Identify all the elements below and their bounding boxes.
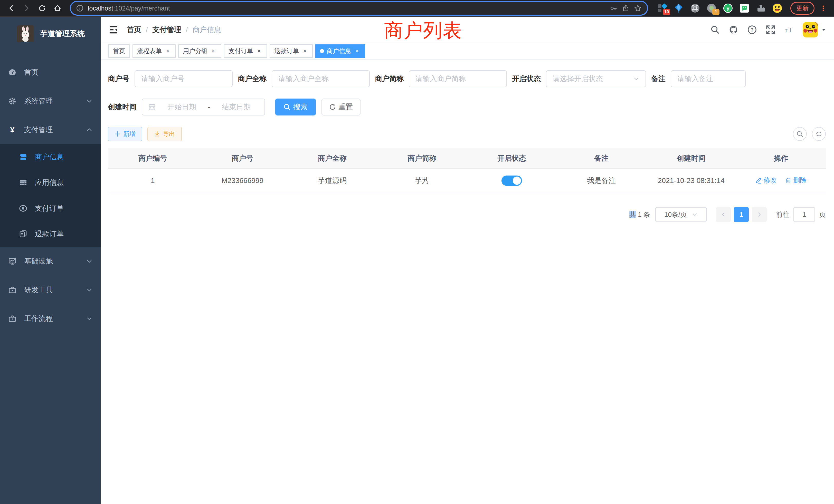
tab-refund-order[interactable]: 退款订单× <box>270 44 313 58</box>
extension-tampermonkey-icon[interactable]: 10 <box>657 3 667 13</box>
fullscreen-icon[interactable] <box>766 25 775 35</box>
tab-pay-order[interactable]: 支付订单× <box>224 44 267 58</box>
sidebar-item-workflow[interactable]: 工作流程 <box>0 304 101 333</box>
caret-down-icon[interactable] <box>821 27 826 32</box>
browser-back-icon[interactable] <box>5 2 18 14</box>
sidebar-item-devtools[interactable]: 研发工具 <box>0 276 101 304</box>
extensions-puzzle-icon[interactable] <box>756 3 766 13</box>
url-text[interactable]: localhost:1024/pay/merchant <box>88 5 606 12</box>
logo-rabbit-image <box>17 25 34 42</box>
cell-id: 1 <box>108 168 198 193</box>
browser-menu-icon[interactable]: ⋮ <box>817 4 829 13</box>
goto-page-input[interactable]: 1 <box>793 207 815 222</box>
extension-command-icon[interactable] <box>690 3 700 13</box>
page-content: 商户号 请输入商户号 商户全称 请输入商户全称 商户简称 请输入商户简称 开启状… <box>101 60 834 504</box>
extension-badge: 1 <box>712 9 720 15</box>
page-unit-label: 页 <box>819 210 826 219</box>
user-menu[interactable] <box>803 22 826 38</box>
sidebar-item-system[interactable]: 系统管理 <box>0 87 101 115</box>
header-search-icon[interactable] <box>710 25 720 35</box>
prev-page-button[interactable] <box>716 207 731 222</box>
breadcrumb-home[interactable]: 首页 <box>127 25 141 35</box>
tab-home[interactable]: 首页 <box>108 44 130 58</box>
user-avatar[interactable] <box>803 22 818 38</box>
short-name-input[interactable]: 请输入商户简称 <box>409 70 507 87</box>
chevron-up-icon <box>86 127 92 133</box>
status-select[interactable]: 请选择开启状态 <box>546 70 646 87</box>
cell-full-name: 芋道源码 <box>287 168 377 193</box>
sidebar-item-pay-order[interactable]: ¥ 支付订单 <box>0 196 101 221</box>
tab-user-group[interactable]: 用户分组× <box>178 44 221 58</box>
browser-forward-icon[interactable] <box>21 2 33 14</box>
chevron-down-icon <box>692 212 698 217</box>
tab-merchant-info[interactable]: 商户信息× <box>315 44 365 58</box>
close-icon[interactable]: × <box>256 48 262 54</box>
shop-icon <box>19 153 27 161</box>
filter-row-2: 创建时间 开始日期 - 结束日期 搜索 重置 <box>108 98 826 115</box>
page-number-1[interactable]: 1 <box>734 207 749 222</box>
page-size-select[interactable]: 10条/页 <box>655 207 707 222</box>
toggle-search-button[interactable] <box>793 127 807 141</box>
sidebar-menu: 首页 系统管理 ¥ 支付管理 <box>0 58 101 333</box>
browser-update-button[interactable]: 更新 <box>790 2 814 15</box>
browser-home-icon[interactable] <box>51 2 64 14</box>
profile-emoji-avatar[interactable] <box>772 3 782 13</box>
end-date-placeholder: 结束日期 <box>214 102 258 112</box>
sidebar-item-app-info[interactable]: 应用信息 <box>0 170 101 196</box>
status-label: 开启状态 <box>512 74 546 84</box>
extensions-row: 10 1 y <box>654 3 785 13</box>
sidebar-item-merchant-info[interactable]: 商户信息 <box>0 144 101 170</box>
delete-link[interactable]: 删除 <box>785 176 807 185</box>
extension-kite-icon[interactable] <box>674 3 683 13</box>
close-icon[interactable]: × <box>302 48 308 54</box>
add-button[interactable]: 新增 <box>108 127 142 141</box>
briefcase-icon <box>8 315 17 323</box>
sidebar-logo[interactable]: 芋道管理系统 <box>0 17 101 51</box>
sidebar-item-refund-order[interactable]: 退款订单 <box>0 221 101 247</box>
export-button[interactable]: 导出 <box>147 127 182 141</box>
create-time-range-input[interactable]: 开始日期 - 结束日期 <box>142 98 265 115</box>
sidebar-item-pay[interactable]: ¥ 支付管理 <box>0 115 101 144</box>
share-icon[interactable] <box>622 4 630 12</box>
cell-short-name: 芋艿 <box>377 168 467 193</box>
full-name-label: 商户全称 <box>238 74 272 84</box>
address-bar[interactable]: localhost:1024/pay/merchant <box>71 2 647 15</box>
font-size-icon[interactable]: TT <box>784 25 794 35</box>
pay-submenu: 商户信息 应用信息 ¥ 支付订单 <box>0 144 101 247</box>
search-button[interactable]: 搜索 <box>275 98 316 115</box>
chevron-down-icon <box>633 76 639 82</box>
start-date-placeholder: 开始日期 <box>160 102 204 112</box>
pagination-total: 共 1 条 <box>629 210 650 219</box>
tab-process-form[interactable]: 流程表单× <box>132 44 176 58</box>
remark-label: 备注 <box>651 74 671 84</box>
sidebar-collapse-icon[interactable] <box>108 25 118 35</box>
col-merchant-no: 商户号 <box>198 148 288 168</box>
extension-yuque-icon[interactable]: y <box>723 3 733 13</box>
refresh-button[interactable] <box>812 127 826 141</box>
sidebar-item-home[interactable]: 首页 <box>0 58 101 87</box>
extension-chat-icon[interactable] <box>740 3 749 13</box>
help-icon[interactable]: ? <box>747 25 757 35</box>
site-info-icon[interactable] <box>76 4 84 12</box>
reset-button[interactable]: 重置 <box>322 98 360 115</box>
breadcrumb-current: 商户信息 <box>193 25 221 35</box>
next-page-button[interactable] <box>752 207 767 222</box>
merchant-no-input[interactable]: 请输入商户号 <box>135 70 233 87</box>
yen-icon: ¥ <box>8 126 17 134</box>
annotation-title: 商户列表 <box>384 18 462 44</box>
breadcrumb-pay[interactable]: 支付管理 <box>153 25 181 35</box>
close-icon[interactable]: × <box>164 48 171 54</box>
edit-link[interactable]: 修改 <box>755 176 777 185</box>
browser-reload-icon[interactable] <box>36 2 48 14</box>
github-icon[interactable] <box>729 25 739 35</box>
passwords-key-icon[interactable] <box>610 4 618 12</box>
bookmark-star-icon[interactable] <box>634 4 642 12</box>
close-icon[interactable]: × <box>354 48 360 54</box>
full-name-input[interactable]: 请输入商户全称 <box>272 70 370 87</box>
sidebar-item-infra[interactable]: 基础设施 <box>0 247 101 276</box>
status-toggle[interactable] <box>502 176 522 186</box>
remark-input[interactable]: 请输入备注 <box>671 70 746 87</box>
close-icon[interactable]: × <box>210 48 217 54</box>
extension-recorder-icon[interactable]: 1 <box>707 3 717 13</box>
col-id: 商户编号 <box>108 148 198 168</box>
